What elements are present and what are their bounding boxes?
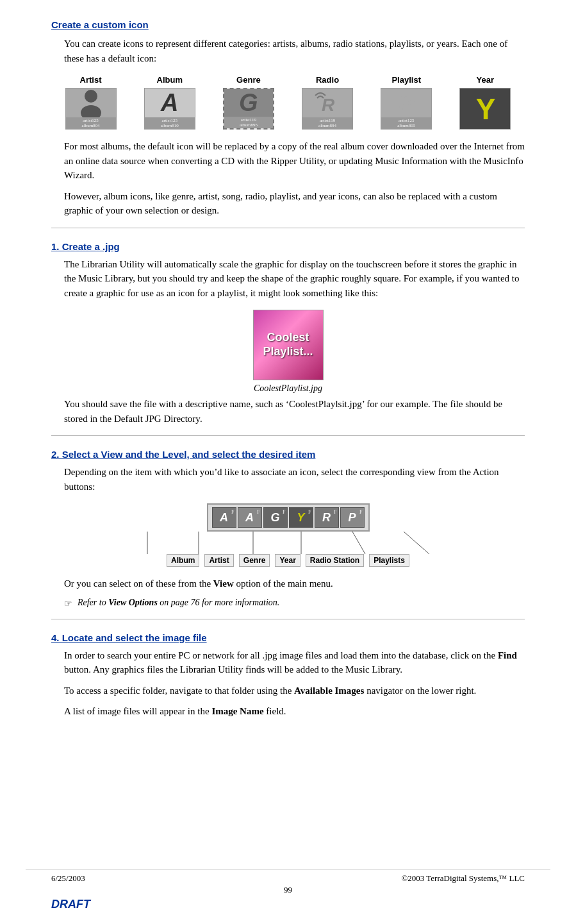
page-content: Create a custom icon You can create icon… bbox=[0, 0, 576, 777]
view-bold: View bbox=[213, 578, 234, 589]
section4-divider bbox=[51, 619, 525, 619]
action-btn-radio-letter: R bbox=[322, 511, 331, 525]
action-label-radio: Radio Station bbox=[306, 554, 364, 567]
find-bold: Find bbox=[498, 650, 517, 660]
svg-line-8 bbox=[352, 532, 365, 554]
bullet-symbol: ☞ bbox=[64, 598, 72, 609]
footer-date: 6/25/2003 bbox=[51, 873, 85, 884]
svg-point-0 bbox=[85, 90, 97, 103]
radio-footer: artist119album894 bbox=[302, 117, 352, 129]
playlist-col: Playlist P artist125album805 bbox=[374, 75, 438, 130]
section2-body: Depending on the item with which you’d l… bbox=[64, 465, 525, 494]
artist-silhouette-icon bbox=[78, 88, 104, 117]
section2-title: 2. Select a View and the Level, and sele… bbox=[51, 449, 525, 460]
connector-lines bbox=[122, 532, 455, 554]
action-btn-album-super: F bbox=[231, 509, 234, 515]
section2-divider bbox=[51, 435, 525, 436]
album-icon-img: A artist125album810 bbox=[144, 88, 195, 130]
playlist-icon-inner: P bbox=[381, 88, 431, 117]
coolest-playlist-text: Coolest Playlist... bbox=[263, 331, 313, 358]
year-icon-img: Y bbox=[459, 88, 511, 130]
view-options-bold: View Options bbox=[108, 598, 158, 607]
footer: 6/25/2003 ©2003 TerraDigital Systems,™ L… bbox=[0, 869, 576, 911]
playlist-letter-icon: P bbox=[399, 89, 415, 117]
playlist-footer: artist125album805 bbox=[381, 117, 431, 129]
action-buttons-wrapper: A F A F G F Y F R F bbox=[51, 503, 525, 567]
radio-col: Radio R artist119album894 bbox=[295, 75, 359, 130]
section1-body: The Librarian Utility will automatically… bbox=[64, 257, 525, 301]
action-label-year: Year bbox=[275, 554, 300, 567]
action-btn-radio[interactable]: R F bbox=[315, 507, 339, 528]
genre-label: Genre bbox=[236, 75, 261, 85]
footer-copyright: ©2003 TerraDigital Systems,™ LLC bbox=[401, 873, 525, 884]
section4-para3: A list of image files will appear in the… bbox=[64, 704, 525, 719]
action-btn-album[interactable]: A F bbox=[212, 507, 236, 528]
bullet-item: ☞ Refer to View Options on page 76 for m… bbox=[64, 598, 525, 609]
para1: For most albums, the default icon will b… bbox=[64, 139, 525, 183]
action-btn-radio-super: F bbox=[334, 509, 336, 515]
action-btn-genre-super: F bbox=[283, 509, 285, 515]
coolest-playlist-image: Coolest Playlist... bbox=[253, 310, 324, 380]
artist-footer: artist125album804 bbox=[66, 117, 116, 129]
radio-label: Radio bbox=[316, 75, 339, 85]
album-label: Album bbox=[157, 75, 183, 85]
action-btn-artist-letter: A bbox=[245, 511, 254, 525]
radio-icon-img: R artist119album894 bbox=[302, 88, 353, 130]
main-title: Create a custom icon bbox=[51, 19, 525, 30]
action-btn-genre-letter: G bbox=[270, 511, 279, 525]
action-label-playlists: Playlists bbox=[369, 554, 409, 567]
album-icon-inner: A bbox=[145, 88, 195, 117]
footer-page: 99 bbox=[0, 884, 576, 895]
action-labels-row: Album Artist Genre Year Radio Station Pl… bbox=[167, 554, 409, 567]
action-btn-artist-super: F bbox=[257, 509, 259, 515]
artist-icon-inner bbox=[66, 88, 116, 117]
action-btn-genre[interactable]: G F bbox=[263, 507, 288, 528]
section1-after: You should save the file with a descript… bbox=[64, 397, 525, 426]
section4-title: 4. Locate and select the image file bbox=[51, 632, 525, 643]
action-btn-playlist[interactable]: P F bbox=[340, 507, 365, 528]
section4-para1: In order to search your entire PC or net… bbox=[64, 648, 525, 677]
year-col: Year Y bbox=[453, 75, 517, 130]
artist-label: Artist bbox=[80, 75, 102, 85]
para2: However, album icons, like genre, artist… bbox=[64, 189, 525, 218]
action-btn-artist[interactable]: A F bbox=[238, 507, 262, 528]
genre-icon-inner: G bbox=[224, 89, 273, 117]
year-icon-inner: Y bbox=[460, 88, 510, 129]
action-btn-year-letter: Y bbox=[297, 511, 304, 525]
action-btn-year[interactable]: Y F bbox=[289, 507, 313, 528]
year-Y-icon: Y bbox=[468, 91, 503, 126]
genre-footer: artist119album895 bbox=[224, 117, 273, 128]
action-label-artist: Artist bbox=[204, 554, 233, 567]
available-images-bold: Available Images bbox=[294, 685, 364, 696]
svg-text:Y: Y bbox=[476, 92, 496, 126]
icon-table: Artist artist125album804 Album A art bbox=[51, 75, 525, 130]
artist-icon-img: artist125album804 bbox=[65, 88, 117, 130]
intro-text: You can create icons to represent differ… bbox=[64, 37, 525, 65]
genre-icon-img: G artist119album895 bbox=[223, 88, 274, 130]
action-btn-playlist-letter: P bbox=[348, 511, 356, 525]
svg-point-1 bbox=[81, 105, 101, 117]
playlist-label: Playlist bbox=[391, 75, 421, 85]
artist-col: Artist artist125album804 bbox=[59, 75, 123, 130]
section2-after: Or you can select on of these from the V… bbox=[64, 576, 525, 591]
section4-para2: To access a specific folder, navigate to… bbox=[64, 684, 525, 698]
action-label-album: Album bbox=[167, 554, 199, 567]
action-btn-playlist-super: F bbox=[359, 509, 362, 515]
section-divider bbox=[51, 228, 525, 228]
genre-letter-icon: G bbox=[239, 89, 258, 117]
album-footer: artist125album810 bbox=[145, 117, 195, 129]
section1-title: 1. Create a .jpg bbox=[51, 241, 525, 252]
action-btn-album-letter: A bbox=[220, 511, 228, 525]
radio-icon-inner: R bbox=[302, 88, 352, 117]
genre-col: Genre G artist119album895 bbox=[217, 75, 281, 130]
playlist-icon-img: P artist125album805 bbox=[381, 88, 432, 130]
bullet-text: Refer to View Options on page 76 for mor… bbox=[78, 598, 279, 608]
footer-content: 6/25/2003 ©2003 TerraDigital Systems,™ L… bbox=[0, 869, 576, 884]
album-col: Album A artist125album810 bbox=[138, 75, 202, 130]
image-name-bold: Image Name bbox=[211, 706, 263, 716]
action-btn-year-super: F bbox=[308, 509, 311, 515]
playlist-image-wrapper: Coolest Playlist... CoolestPlaylist.jpg bbox=[51, 310, 525, 394]
footer-draft: DRAFT bbox=[0, 895, 576, 911]
action-buttons-img: A F A F G F Y F R F bbox=[207, 503, 370, 532]
action-label-genre: Genre bbox=[239, 554, 270, 567]
